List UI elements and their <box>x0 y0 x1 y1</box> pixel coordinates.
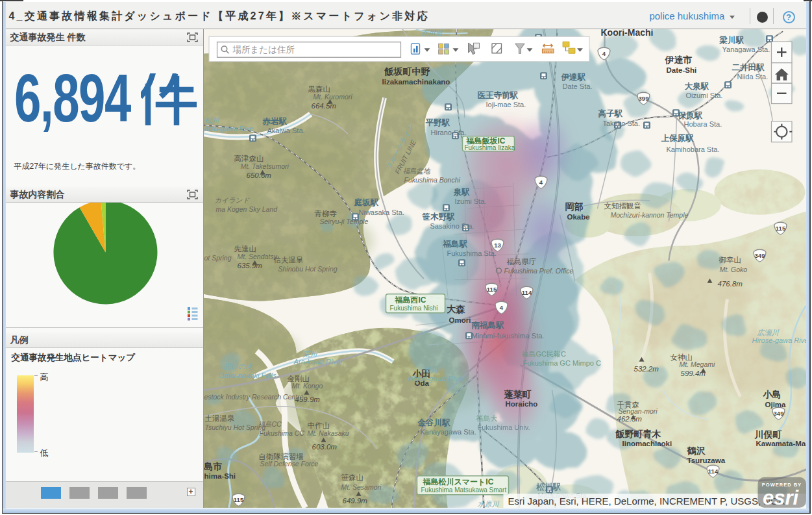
svg-text:福島西IC: 福島西IC <box>394 295 426 304</box>
svg-text:399: 399 <box>638 94 648 101</box>
svg-text:Koori-Machi: Koori-Machi <box>600 29 653 38</box>
svg-text:Mt. Nakasaku: Mt. Nakasaku <box>307 429 349 436</box>
svg-text:梁川駅: 梁川駅 <box>719 35 744 44</box>
svg-text:福島GC民報C: 福島GC民報C <box>521 349 566 357</box>
svg-text:海川: 海川 <box>423 365 438 373</box>
svg-text:Hobara Sta.: Hobara Sta. <box>683 119 722 127</box>
svg-text:福島県庁: 福島県庁 <box>506 257 536 265</box>
svg-text:荒川: 荒川 <box>302 349 317 357</box>
svg-text:Oizumi Sta.: Oizumi Sta. <box>685 91 722 99</box>
svg-text:349: 349 <box>754 251 765 258</box>
svg-text:土湯温泉: 土湯温泉 <box>204 414 234 421</box>
svg-text:Date Sta.: Date Sta. <box>562 82 592 90</box>
svg-text:Mochizuri-kannon Temple: Mochizuri-kannon Temple <box>610 210 688 218</box>
svg-text:飯野町青木: 飯野町青木 <box>615 428 661 438</box>
svg-text:Kawamata-Machi: Kawamata-Machi <box>756 439 806 447</box>
svg-text:532.2m: 532.2m <box>634 364 659 372</box>
svg-text:Mt. Sesamori: Mt. Sesamori <box>341 483 382 490</box>
svg-text:水原川: 水原川 <box>477 499 499 507</box>
svg-text:カイランド: カイランド <box>214 195 249 203</box>
svg-text:Yanagawa Sta.: Yanagawa Sta. <box>722 45 770 53</box>
svg-text:Fukushima Sta.: Fukushima Sta. <box>447 249 496 257</box>
svg-text:Fukushima Matsukawa Smart: Fukushima Matsukawa Smart <box>421 486 506 493</box>
svg-text:小島: 小島 <box>762 388 781 399</box>
svg-text:Tsuruzawa: Tsuruzawa <box>687 456 725 464</box>
svg-text:庭坂駅: 庭坂駅 <box>353 197 378 207</box>
svg-text:医王寺前駅: 医王寺前駅 <box>477 90 518 99</box>
svg-text:鶴沢: 鶴沢 <box>686 445 706 455</box>
svg-text:Takako Sta.: Takako Sta. <box>602 119 639 127</box>
svg-text:Tsuchiyu Hot Spring: Tsuchiyu Hot Spring <box>204 423 265 431</box>
svg-text:Shinobu Hot Spring: Shinobu Hot Spring <box>278 264 337 272</box>
svg-text:atsu-gawa Rive: atsu-gawa Rive <box>204 124 253 132</box>
svg-text:福島CC: 福島CC <box>258 420 282 427</box>
svg-text:Seiryu-ji Temple: Seiryu-ji Temple <box>319 217 368 225</box>
svg-text:hima-Shi: hima-Shi <box>204 471 236 479</box>
svg-text:南福島駅: 南福島駅 <box>471 320 504 329</box>
svg-text:Fukushima GC Mimpo C: Fukushima GC Mimpo C <box>523 358 600 366</box>
svg-text:115: 115 <box>233 496 243 503</box>
svg-text:Ioji-mae Sta.: Ioji-mae Sta. <box>486 100 526 108</box>
svg-text:Omori: Omori <box>449 316 471 323</box>
svg-text:Mt. Taketsumori: Mt. Taketsumori <box>240 162 289 170</box>
svg-text:estock Industry Research Centr: estock Industry Research Centre <box>204 392 303 400</box>
svg-text:Izumi Sta.: Izumi Sta. <box>454 197 486 205</box>
svg-text:二井田駅: 二井田駅 <box>732 62 765 71</box>
svg-text:603.0m: 603.0m <box>312 442 337 450</box>
svg-text:Fukushima Iizaka: Fukushima Iizaka <box>464 144 515 151</box>
svg-text:Fukushima Pref. Office: Fukushima Pref. Office <box>504 266 573 274</box>
svg-text:Fukushima Nishi: Fukushima Nishi <box>389 304 437 311</box>
svg-text:13: 13 <box>494 242 501 249</box>
svg-text:中作山: 中作山 <box>307 421 330 429</box>
svg-text:赤川遊: 赤川遊 <box>421 29 443 36</box>
svg-text:Kanayagawa Sta.: Kanayagawa Sta. <box>420 427 476 435</box>
svg-text:飯坂町中野: 飯坂町中野 <box>384 66 430 76</box>
svg-text:笹木野駅: 笹木野駅 <box>421 212 455 221</box>
svg-text:ma Kogen Sky Land: ma Kogen Sky Land <box>215 205 278 212</box>
svg-text:赤岩駅: 赤岩駅 <box>262 116 287 125</box>
svg-text:ot Spring: ot Spring <box>204 253 231 261</box>
svg-text:4: 4 <box>499 304 503 311</box>
svg-text:114: 114 <box>707 467 718 474</box>
svg-text:福島駅: 福島駅 <box>442 239 467 248</box>
svg-text:115: 115 <box>775 224 785 231</box>
svg-text:金谷川駅: 金谷川駅 <box>417 418 450 427</box>
svg-text:Mt. Megami: Mt. Megami <box>679 360 715 368</box>
svg-text:信夫温泉: 信夫温泉 <box>273 255 303 263</box>
svg-text:Akaiwa Sta.: Akaiwa Sta. <box>267 126 304 134</box>
svg-text:平野駅: 平野駅 <box>425 118 450 127</box>
svg-text:島市: 島市 <box>204 460 223 471</box>
svg-text:Fukushima Bonchi: Fukushima Bonchi <box>404 175 460 183</box>
svg-text:思いの滝: 思いの滝 <box>223 362 253 370</box>
svg-text:Fukushima Univ.: Fukushima Univ. <box>477 423 530 431</box>
svg-text:4: 4 <box>602 50 606 57</box>
svg-text:664.5m: 664.5m <box>311 101 336 109</box>
svg-text:Iizakamachinakano: Iizakamachinakano <box>382 77 450 85</box>
svg-text:Ojima: Ojima <box>765 400 786 408</box>
svg-text:Sengan-mori: Sengan-mori <box>618 407 658 414</box>
svg-text:Okabe: Okabe <box>567 212 589 220</box>
svg-text:115: 115 <box>486 285 497 292</box>
svg-text:福島盆地: 福島盆地 <box>402 166 430 174</box>
svg-text:蓬菜町: 蓬菜町 <box>504 388 531 399</box>
svg-text:635.9m: 635.9m <box>237 261 262 269</box>
svg-text:Mt. Kuromori: Mt. Kuromori <box>313 92 352 100</box>
svg-text:476.8m: 476.8m <box>717 279 743 287</box>
svg-text:広瀬川: 広瀬川 <box>757 328 779 336</box>
svg-text:川俣町: 川俣町 <box>754 429 781 439</box>
svg-text:Minami-fukushima Sta.: Minami-fukushima Sta. <box>471 331 544 339</box>
svg-text:Fukushima CC: Fukushima CC <box>259 429 304 436</box>
svg-text:岡部: 岡部 <box>565 201 583 211</box>
svg-text:Iinomachiaoki: Iinomachiaoki <box>622 439 672 447</box>
svg-text:Ara-kawa River: Ara-kawa River <box>293 357 343 365</box>
svg-text:伊達駅: 伊達駅 <box>560 72 585 81</box>
svg-text:Mt. Sendatsu: Mt. Sendatsu <box>237 252 277 260</box>
svg-text:349: 349 <box>773 409 783 416</box>
svg-text:Self Defense Force: Self Defense Force <box>260 459 318 467</box>
svg-text:笹森山: 笹森山 <box>341 473 363 481</box>
svg-text:Kamihobara Sta.: Kamihobara Sta. <box>666 145 719 153</box>
svg-text:青柳寺: 青柳寺 <box>314 209 337 217</box>
svg-text:Mt. Goko: Mt. Goko <box>719 265 747 273</box>
svg-text:esri: esri <box>762 486 799 508</box>
svg-text:御幸山: 御幸山 <box>718 255 741 263</box>
